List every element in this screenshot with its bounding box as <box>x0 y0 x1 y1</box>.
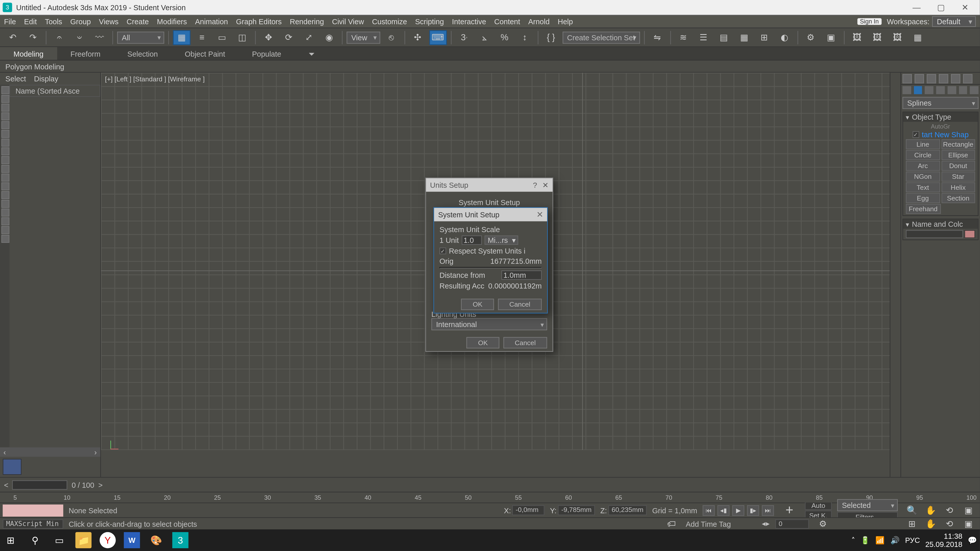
select-by-name-icon[interactable]: ≡ <box>193 30 211 44</box>
nav-icon-8[interactable]: ▣ <box>959 516 977 531</box>
btn-line[interactable]: Line <box>906 139 940 149</box>
menu-edit[interactable]: Edit <box>24 17 37 26</box>
snap-toggle-icon[interactable]: 3◦ <box>455 30 473 44</box>
tab-selection[interactable]: Selection <box>114 47 171 60</box>
filter-light-icon[interactable] <box>1 103 10 112</box>
object-name-input[interactable] <box>906 230 963 238</box>
angle-snap-icon[interactable]: ⦛ <box>476 30 493 44</box>
nav-icon-4[interactable]: ▣ <box>959 503 977 518</box>
toggle-ribbon-icon[interactable]: ▤ <box>715 30 733 44</box>
filter-helper-icon[interactable] <box>1 121 10 129</box>
scene-select-menu[interactable]: Select <box>5 75 26 83</box>
schematic-view-icon[interactable]: ⊞ <box>756 30 773 44</box>
next-frame-icon[interactable]: ▮▸ <box>747 505 759 516</box>
units-help-icon[interactable]: ? <box>533 181 537 189</box>
menu-content[interactable]: Content <box>494 17 520 26</box>
menu-views[interactable]: Views <box>99 17 119 26</box>
respect-units-check[interactable]: ✓ <box>439 248 446 254</box>
add-time-tag[interactable]: Add Time Tag <box>686 519 731 528</box>
menu-rendering[interactable]: Rendering <box>290 17 324 26</box>
named-selection-set[interactable]: Create Selection Set <box>563 32 640 43</box>
key-filters-select[interactable]: Selected <box>837 499 897 511</box>
render-online-icon[interactable]: ▦ <box>909 30 926 44</box>
minimize-button[interactable]: — <box>904 0 929 15</box>
menu-help[interactable]: Help <box>558 17 573 26</box>
system-unit-close-icon[interactable]: ✕ <box>536 210 543 219</box>
rotate-icon[interactable]: ⟳ <box>280 30 298 44</box>
task-view-icon[interactable]: ▭ <box>51 532 67 548</box>
rollout-object-type[interactable]: ▾ Object Type <box>903 112 978 122</box>
nav-icon-7[interactable]: ⟲ <box>941 516 959 531</box>
rectangle-region-icon[interactable]: ▭ <box>213 30 231 44</box>
menu-graph-editors[interactable]: Graph Editors <box>236 17 282 26</box>
select-object-icon[interactable]: ▦ <box>173 30 191 44</box>
align-icon[interactable]: ≋ <box>675 30 692 44</box>
signin-button[interactable]: Sign In <box>857 18 881 25</box>
layer-explorer-icon[interactable]: ☰ <box>695 30 713 44</box>
timetag-icon[interactable]: 🏷 <box>663 516 680 531</box>
cat-geometry-icon[interactable] <box>902 86 911 94</box>
menu-modifiers[interactable]: Modifiers <box>157 17 187 26</box>
render-frame-icon[interactable]: ▣ <box>822 30 840 44</box>
btn-donut[interactable]: Donut <box>941 161 975 171</box>
maxscript-listener[interactable]: MAXScript Min <box>3 519 63 528</box>
nav-icon-1[interactable]: 🔍 <box>903 503 921 518</box>
battery-icon[interactable]: 🔋 <box>861 536 870 545</box>
tline-prev-icon[interactable]: < <box>4 481 8 489</box>
distance-value[interactable]: 1.0mm <box>501 270 542 280</box>
filter-etc8-icon[interactable] <box>1 218 10 225</box>
sysunit-cancel-button[interactable]: Cancel <box>498 299 542 310</box>
percent-snap-icon[interactable]: % <box>496 30 514 44</box>
tray-chevron-icon[interactable]: ˄ <box>851 536 856 545</box>
filter-etc7-icon[interactable] <box>1 208 10 217</box>
nav-icon-2[interactable]: ✋ <box>922 503 940 518</box>
menu-scripting[interactable]: Scripting <box>415 17 444 26</box>
y-value[interactable]: -9,785mm <box>558 505 595 515</box>
nav-icon-3[interactable]: ⟲ <box>941 503 959 518</box>
btn-helix[interactable]: Helix <box>941 183 975 192</box>
render-prod-icon[interactable]: 🖼 <box>848 30 866 44</box>
tline-next-icon[interactable]: > <box>98 481 103 489</box>
btn-ngon[interactable]: NGon <box>906 171 940 182</box>
filter-space-icon[interactable] <box>1 130 10 138</box>
menu-customize[interactable]: Customize <box>372 17 407 26</box>
menu-arnold[interactable]: Arnold <box>528 17 550 26</box>
nav-icon-6[interactable]: ✋ <box>922 516 940 531</box>
link-icon[interactable]: 𝄐 <box>51 30 68 44</box>
notification-icon[interactable]: 💬 <box>968 536 977 545</box>
unit-type-select[interactable]: Mi...rs <box>484 235 518 245</box>
one-unit-value[interactable]: 1.0 <box>461 235 482 245</box>
filter-etc3-icon[interactable] <box>1 173 10 182</box>
edit-named-icon[interactable]: { } <box>542 30 560 44</box>
start-new-check[interactable]: ✓ <box>912 131 919 138</box>
time-config-icon[interactable]: ⚙ <box>815 516 832 531</box>
btn-egg[interactable]: Egg <box>906 193 940 203</box>
shape-category-select[interactable]: Splines <box>902 97 978 109</box>
menu-tools[interactable]: Tools <box>45 17 62 26</box>
menu-civil-view[interactable]: Civil View <box>332 17 364 26</box>
3dsmax-taskbar-icon[interactable]: 3 <box>172 532 188 548</box>
viewport-label[interactable]: [+] [Left ] [Standard ] [Wireframe ] <box>105 75 205 83</box>
tab-object-paint[interactable]: Object Paint <box>171 47 239 60</box>
mirror-icon[interactable]: ⇋ <box>649 30 666 44</box>
filter-bone-icon[interactable] <box>1 138 10 147</box>
btn-circle[interactable]: Circle <box>906 150 940 160</box>
cat-shapes-icon[interactable] <box>914 86 922 94</box>
render-iter-icon[interactable]: 🖼 <box>869 30 886 44</box>
scene-column-header[interactable]: Name (Sorted Asce <box>10 85 100 97</box>
prev-frame-icon[interactable]: ◂▮ <box>718 505 729 516</box>
lighting-units-select[interactable]: International <box>431 318 547 330</box>
undo-icon[interactable]: ↶ <box>4 30 22 44</box>
clock[interactable]: 11:38 25.09.2018 <box>925 532 963 548</box>
ref-coord-system[interactable]: View <box>347 32 380 43</box>
word-icon[interactable]: W <box>124 532 140 548</box>
material-editor-icon[interactable]: ◐ <box>776 30 793 44</box>
filter-etc1-icon[interactable] <box>1 156 10 164</box>
filter-camera-icon[interactable] <box>1 112 10 121</box>
tab-freeform[interactable]: Freeform <box>57 47 114 60</box>
filter-etc10-icon[interactable] <box>1 235 10 243</box>
menu-file[interactable]: File <box>4 17 16 26</box>
units-ok-button[interactable]: OK <box>467 337 500 348</box>
btn-section[interactable]: Section <box>941 193 975 203</box>
menu-group[interactable]: Group <box>70 17 91 26</box>
